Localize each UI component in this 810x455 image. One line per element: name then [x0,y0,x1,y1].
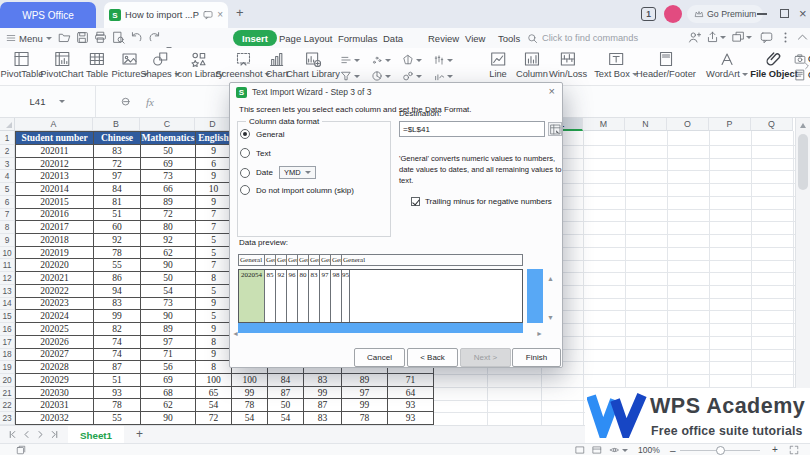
cell[interactable]: 202019 [16,247,94,260]
cell[interactable]: 72 [141,209,196,222]
cell[interactable]: 78 [232,399,268,412]
new-tab-button[interactable]: + [236,5,244,20]
search-input[interactable] [542,33,672,43]
cell[interactable]: 60 [94,221,141,234]
zoom-level-label[interactable]: 100% [638,445,660,455]
cancel-button[interactable]: Cancel [354,348,405,367]
row-header-16[interactable]: 16 [0,323,15,336]
cell[interactable]: 94 [94,285,141,298]
preview-data-cell[interactable]: 98 [331,270,342,322]
dialog-titlebar[interactable]: S Text Import Wizard - Step 3 of 3 [230,83,562,101]
column-header-q[interactable]: Q [751,118,793,131]
cell[interactable]: 71 [388,374,434,387]
cell[interactable]: 202011 [16,145,94,158]
cell[interactable]: 5 [196,247,232,260]
magnifier-icon[interactable] [120,96,132,108]
cell[interactable]: 74 [94,349,141,362]
cell[interactable]: 9 [196,145,232,158]
cell[interactable]: 8 [196,361,232,374]
menu-button[interactable]: Menu [6,28,52,48]
cell[interactable]: 97 [94,170,141,183]
cell[interactable]: 202027 [16,349,94,362]
cell[interactable]: 202013 [16,170,94,183]
cell[interactable]: 202031 [16,399,94,412]
cell[interactable]: 83 [304,374,342,387]
row-header-21[interactable]: 21 [0,387,15,400]
radio-option-do-not-import-column-skip-[interactable]: Do not import column (skip) [240,185,354,195]
preview-data-cell[interactable]: 202054 [239,270,265,322]
column-header-b[interactable]: B [93,118,140,131]
ribbon-mini-stock[interactable] [433,54,453,66]
cell[interactable]: 202021 [16,272,94,285]
open-folder-button[interactable] [58,31,71,44]
row-header-23[interactable]: 23 [0,412,15,425]
cell[interactable]: 54 [141,285,196,298]
cell[interactable]: 65 [196,387,232,400]
save-button[interactable] [76,31,89,44]
header-cell[interactable]: Student number [16,132,94,145]
cell[interactable]: 5 [196,285,232,298]
header-cell[interactable]: Mathematics [141,132,196,145]
ribbon-item-sparkline-column[interactable]: Column [516,51,548,79]
print-button[interactable] [94,31,107,44]
next-sheet-icon[interactable] [36,430,45,439]
cell[interactable]: 202020 [16,259,94,272]
cell[interactable]: 92 [94,234,141,247]
preview-scroll-up-icon[interactable]: ▲ [547,275,554,282]
ribbon-item-text-box[interactable]: Text Box [594,51,638,79]
column-header-a[interactable]: A [15,118,93,131]
cell[interactable]: 78 [342,412,388,425]
cell[interactable]: 78 [94,399,141,412]
column-header-n[interactable]: N [625,118,667,131]
cell[interactable]: 62 [141,247,196,260]
cell[interactable]: 93 [388,412,434,425]
column-header-d[interactable]: D [195,118,231,131]
preview-data-cell[interactable]: 92 [276,270,287,322]
row-header-12[interactable]: 12 [0,272,15,285]
cell[interactable]: 50 [141,272,196,285]
ribbon-item-sparkline-line[interactable]: Line [489,51,507,79]
back-button[interactable]: < Back [407,348,458,367]
name-box[interactable]: L41 [0,86,96,117]
cell[interactable]: 54 [232,412,268,425]
reading-view-icon[interactable] [609,445,628,455]
cell[interactable]: 86 [94,272,141,285]
preview-data-cell[interactable]: 83 [309,270,320,322]
go-premium-button[interactable]: Go Premium [687,5,763,23]
ribbon-edge-obj[interactable]: Obj [794,69,810,81]
cell[interactable]: 90 [141,310,196,323]
ribbon-item-pivotchart[interactable]: PivotChart [40,51,83,79]
tab-close-icon[interactable]: × [217,10,223,20]
cell[interactable]: 99 [232,387,268,400]
previous-sheet-icon[interactable] [22,430,31,439]
preview-data-grid[interactable]: 2020548592968083979895 [238,269,523,323]
zoom-caret-icon[interactable] [661,448,667,455]
preview-data-cell[interactable]: 96 [287,270,298,322]
fullscreen-icon[interactable] [789,445,799,455]
ribbon-item-header-footer[interactable]: Header/Footer [636,51,696,79]
ribbon-mini-bubble[interactable] [402,70,422,82]
radio-circle-icon[interactable] [240,168,250,178]
cell[interactable]: 99 [94,310,141,323]
tab-review[interactable]: Review [426,30,461,46]
finish-button[interactable]: Finish [512,348,561,367]
row-header-9[interactable]: 9 [0,234,15,247]
cell[interactable]: 66 [141,183,196,196]
add-sheet-button[interactable]: + [136,427,143,441]
cell[interactable]: 7 [196,259,232,272]
forward-button[interactable] [706,31,726,44]
column-header-m[interactable]: M [583,118,625,131]
cell[interactable]: 5 [196,234,232,247]
tab-insert[interactable]: Insert [233,30,277,46]
ribbon-item-file-object[interactable]: File Object [750,51,798,79]
cell[interactable]: 202023 [16,298,94,311]
cell[interactable]: 202022 [16,285,94,298]
row-header-11[interactable]: 11 [0,259,15,272]
cell[interactable]: 83 [304,412,342,425]
cell[interactable]: 97 [141,336,196,349]
cell[interactable]: 50 [141,145,196,158]
ribbon-expand-icon[interactable] [803,62,810,70]
ribbon-item-screenshot[interactable]: Screenshot [215,51,270,79]
cell[interactable]: 202012 [16,158,94,171]
cell[interactable]: 5 [196,310,232,323]
